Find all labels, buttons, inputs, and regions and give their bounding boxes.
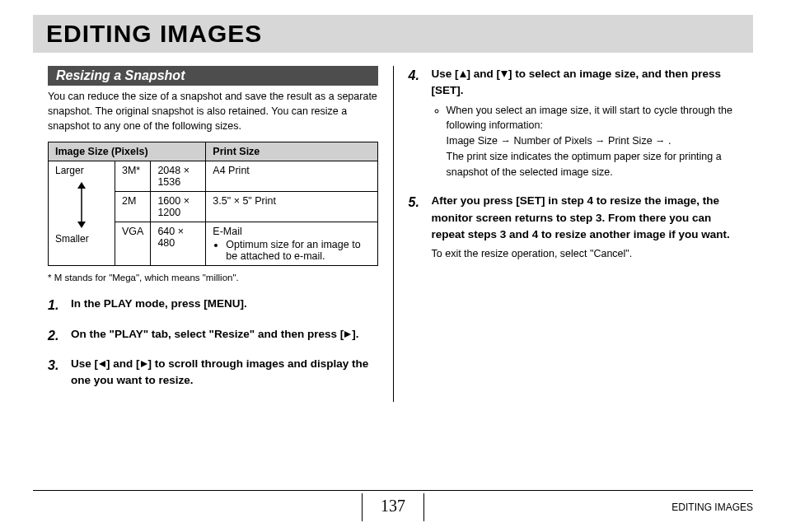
cell-print: A4 Print [206,161,377,192]
header-print-size: Print Size [206,142,377,161]
left-column: Resizing a Snapshot You can reduce the s… [33,66,394,402]
step-text: After you press [SET] in step 4 to resiz… [432,194,730,240]
step-sub-text: The print size indicates the optimum pap… [447,151,722,178]
cell-pixels: 640 × 480 [151,222,206,266]
cell-print-note: Optimum size for an image to be attached… [226,239,370,262]
triangle-right-icon [140,360,148,368]
right-column: Use [] and [] to select an image size, a… [394,66,754,402]
step-5: After you press [SET] in step 4 to resiz… [409,193,739,262]
scale-smaller: Smaller [55,233,89,245]
triangle-left-icon [98,360,106,368]
cell-label: VGA [115,222,151,266]
scale-larger: Larger [55,165,84,176]
cell-pixels: 2048 × 1536 [151,161,206,192]
svg-marker-4 [99,361,105,367]
page-number: 137 [362,493,424,521]
footer: 137 EDITING IMAGES [33,490,753,524]
cell-label: 3M* [115,161,151,192]
page-title-bar: EDITING IMAGES [33,15,753,53]
double-arrow-icon [77,182,87,228]
step-text: In the PLAY mode, press [MENU]. [71,297,247,310]
step-text: Use [] and [] to select an image size, a… [432,68,722,96]
cell-print-title: E-Mail [213,226,241,237]
svg-marker-6 [460,71,466,77]
triangle-down-icon [500,70,508,78]
triangle-right-icon [344,330,352,338]
cell-print: 3.5" × 5" Print [206,192,377,222]
cell-print: E-Mail Optimum size for an image to be a… [206,222,377,266]
cell-pixels: 1600 × 1200 [151,192,206,222]
footnote: * M stands for "Mega", which means "mill… [48,273,378,282]
step-text: On the "PLAY" tab, select "Resize" and t… [71,328,358,340]
svg-marker-2 [77,222,86,228]
section-heading: Resizing a Snapshot [48,66,378,86]
cell-label: 2M [115,192,151,222]
scale-indicator: Larger Smaller [49,161,115,266]
table-row: Larger Smaller 3M* 2048 × 1536 A4 Print [49,161,378,192]
step-3: Use [] and [] to scroll through images a… [48,356,378,390]
steps-left: In the PLAY mode, press [MENU]. On the "… [48,296,378,389]
size-table: Image Size (Pixels) Print Size Larger [48,142,378,266]
svg-marker-1 [77,182,86,189]
step-sub-bullet: When you select an image size, it will s… [447,103,739,180]
svg-marker-3 [344,331,351,338]
steps-right: Use [] and [] to select an image size, a… [409,66,739,262]
svg-marker-7 [501,71,508,77]
intro-text: You can reduce the size of a snapshot an… [48,89,378,133]
step-sub: When you select an image size, it will s… [432,103,739,180]
page-title: EDITING IMAGES [46,20,740,48]
step-1: In the PLAY mode, press [MENU]. [48,296,378,312]
step-4: Use [] and [] to select an image size, a… [409,66,739,180]
step-sub-flow: Image Size → Number of Pixels → Print Si… [447,135,671,147]
step-sub: To exit the resize operation, select "Ca… [432,246,739,262]
step-text: Use [] and [] to scroll through images a… [71,357,368,386]
footer-label: EDITING IMAGES [671,502,753,513]
triangle-up-icon [459,70,467,78]
step-2: On the "PLAY" tab, select "Resize" and t… [48,326,378,343]
header-image-size: Image Size (Pixels) [49,142,206,161]
svg-marker-5 [141,361,147,367]
